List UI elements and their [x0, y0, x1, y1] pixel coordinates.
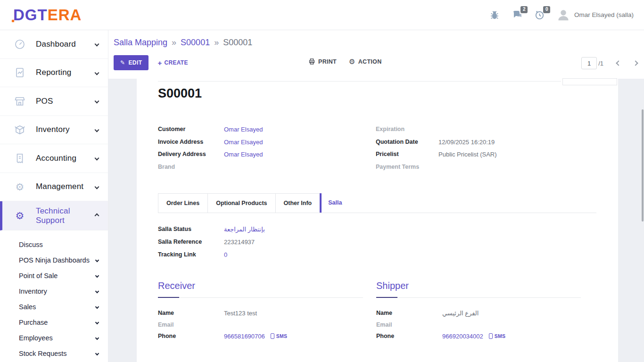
sidebar-subitem-label: Purchase [19, 319, 96, 326]
salla-reference-value: 223214937 [224, 239, 255, 246]
invoice-address-link[interactable]: Omar Elsayed [224, 139, 263, 146]
pager-previous-icon[interactable] [616, 60, 621, 66]
receiver-phone-wrap: 966581690706 SMS [224, 333, 287, 340]
chevron-up-icon [95, 214, 99, 218]
field-receiver-phone: Phone 966581690706 SMS [158, 330, 363, 342]
dashboard-gauge-icon [14, 39, 25, 50]
activities-clock-icon[interactable]: 0 [534, 9, 546, 21]
tab-optional-products[interactable]: Optional Products [207, 193, 275, 213]
chevron-down-icon [95, 156, 99, 161]
shipper-phone-link[interactable]: 966920034002 [442, 333, 483, 340]
field-shipper-phone: Phone 966920034002 SMS [376, 330, 581, 342]
sidebar-subitem-purchase[interactable]: Purchase [19, 314, 99, 330]
sidebar-subitem-label: Point of Sale [19, 272, 96, 280]
form-sheet: S00001 Customer Omar Elsayed Invoice Add… [137, 79, 618, 362]
field-label: Quotation Date [376, 139, 438, 145]
pager-total: /1 [598, 60, 603, 67]
pricelist-value: Public Pricelist (SAR) [438, 151, 497, 158]
sidebar-item-dashboard[interactable]: Dashboard [0, 30, 108, 59]
statusbar-stub [562, 78, 617, 85]
shipper-heading: Shipper [376, 280, 581, 291]
chevron-down-icon [95, 258, 99, 262]
sidebar-subitem-discuss[interactable]: Discuss [19, 237, 99, 252]
breadcrumb-separator: » [214, 38, 219, 48]
user-name-label: Omar Elsayed (salla) [574, 11, 634, 18]
messages-icon[interactable]: 2 [511, 9, 523, 21]
sidebar-item-accounting[interactable]: Accounting [0, 144, 108, 173]
receiver-phone-link[interactable]: 966581690706 [224, 333, 265, 340]
delivery-address-link[interactable]: Omar Elsayed [224, 151, 263, 158]
sidebar-item-technical-support[interactable]: ⚙ Technical Support [0, 201, 108, 230]
record-actions: PRINT ⚙ ACTION [308, 58, 381, 65]
fieldgroup-right-column: Expiration Quotation Date 12/09/2025 16:… [376, 124, 597, 174]
sidebar-subitem-label: Sales [19, 303, 96, 311]
sidebar-item-label: Dashboard [36, 40, 95, 49]
edit-button[interactable]: ✎ EDIT [114, 55, 149, 70]
field-receiver-email: Email [158, 319, 363, 331]
create-button[interactable]: + CREATE [157, 59, 188, 66]
sidebar-subitem-label: Stock Requests [19, 350, 96, 357]
shipper-fields: Name الفرع الرئيسي Email Phone 966920034… [376, 307, 581, 342]
app-root: DGTERA 2 [0, 0, 644, 362]
record-title: S00001 [158, 86, 202, 101]
record-pager: /1 [581, 57, 637, 69]
bug-report-icon[interactable] [488, 9, 501, 21]
pager-input[interactable] [581, 57, 597, 69]
section-divider [158, 297, 363, 298]
gear-icon: ⚙ [349, 58, 355, 65]
sidebar-subitem-point-of-sale[interactable]: Point of Sale [19, 268, 99, 283]
sidebar-subitem-employees[interactable]: Employees [19, 330, 99, 346]
print-button[interactable]: PRINT [308, 58, 337, 65]
action-button[interactable]: ⚙ ACTION [349, 58, 381, 65]
sidebar-item-label: Management [36, 182, 95, 191]
vertical-scrollbar-thumb[interactable] [642, 109, 644, 222]
sidebar-subitem-pos-ninja-dashboards[interactable]: POS Ninja Dashboards [19, 252, 99, 268]
user-menu[interactable]: Omar Elsayed (salla) [556, 8, 634, 22]
print-button-label: PRINT [318, 58, 337, 65]
sidebar-item-label: POS [36, 97, 95, 106]
tab-other-info[interactable]: Other Info [275, 193, 321, 213]
tab-order-lines[interactable]: Order Lines [158, 193, 208, 213]
sidebar-item-reporting[interactable]: Reporting [0, 59, 108, 88]
breadcrumb-current: S00001 [223, 38, 252, 48]
sidebar-item-inventory[interactable]: Inventory [0, 116, 108, 145]
messages-count-badge: 2 [520, 6, 528, 13]
sidebar-subitem-inventory[interactable]: Inventory [19, 283, 99, 299]
sidebar-subitem-label: Inventory [19, 288, 96, 295]
sidebar-item-management[interactable]: ⚙ Management [0, 173, 108, 202]
sidebar-item-label: Reporting [36, 68, 95, 77]
chevron-down-icon [95, 99, 99, 104]
customer-link[interactable]: Omar Elsayed [224, 126, 263, 133]
breadcrumb-link-record[interactable]: S00001 [181, 38, 210, 48]
sidebar-item-pos[interactable]: POS [0, 87, 108, 116]
tab-salla[interactable]: Salla [320, 193, 349, 213]
brand-logo[interactable]: DGTERA [13, 7, 82, 23]
field-label: Salla Status [158, 226, 224, 232]
activities-count-badge: 0 [543, 6, 550, 13]
chevron-down-icon [95, 184, 99, 189]
chevron-down-icon [95, 70, 99, 75]
main-content: Salla Mapping » S00001 » S00001 ✎ EDIT +… [108, 30, 644, 362]
shipper-name-value: الفرع الرئيسي [442, 310, 479, 317]
pager-next-icon[interactable] [633, 60, 638, 66]
sidebar-subitem-sales[interactable]: Sales [19, 299, 99, 314]
field-invoice-address: Invoice Address Omar Elsayed [158, 137, 376, 149]
header-actions: 2 0 Omar Elsayed (salla) [488, 8, 634, 22]
technical-support-gear-icon: ⚙ [14, 210, 25, 222]
breadcrumb-link-salla-mapping[interactable]: Salla Mapping [114, 38, 167, 48]
management-gear-icon: ⚙ [14, 181, 25, 192]
tracking-link[interactable]: 0 [224, 251, 227, 258]
field-label: Email [158, 321, 224, 328]
receiver-sms-button[interactable]: SMS [271, 333, 287, 339]
field-label: Salla Reference [158, 239, 224, 245]
sidebar-subitem-stock-requests[interactable]: Stock Requests [19, 346, 99, 361]
shipper-sms-button[interactable]: SMS [489, 333, 505, 339]
chevron-down-icon [95, 127, 99, 132]
reporting-document-icon [14, 67, 25, 78]
field-label: Delivery Address [158, 151, 224, 157]
field-label: Name [376, 310, 442, 316]
avatar [556, 8, 570, 22]
chevron-down-icon [95, 351, 99, 355]
receiver-name-value: Test123 test [224, 310, 257, 317]
receiver-heading: Receiver [158, 280, 363, 291]
